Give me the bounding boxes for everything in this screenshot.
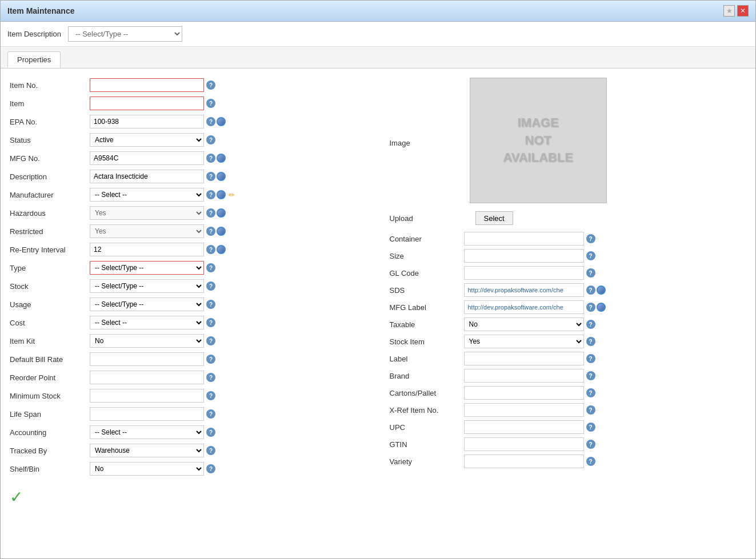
stock-help-icon[interactable]: ?: [206, 281, 215, 291]
container-help-icon[interactable]: ?: [586, 234, 595, 243]
container-input[interactable]: [464, 232, 584, 246]
epa-no-help-icon[interactable]: ?: [206, 117, 215, 126]
xref-item-no-input[interactable]: [464, 403, 584, 417]
variety-input[interactable]: [464, 455, 584, 468]
container-row: Container ?: [390, 232, 747, 246]
size-help-icon[interactable]: ?: [586, 251, 595, 260]
manufacturer-select[interactable]: -- Select --: [90, 188, 204, 202]
item-kit-select[interactable]: No Yes: [90, 334, 204, 348]
save-checkmark[interactable]: ✓: [10, 488, 361, 506]
select-button[interactable]: Select: [475, 211, 513, 225]
star-button[interactable]: ★: [723, 5, 735, 17]
mfg-label-label: MFG Label: [390, 303, 464, 312]
default-bill-rate-input[interactable]: [90, 352, 204, 366]
status-select[interactable]: Active Inactive: [90, 133, 204, 147]
mfg-label-globe-icon[interactable]: [597, 303, 606, 312]
brand-help-icon[interactable]: ?: [586, 371, 595, 380]
mfg-label-help-icon[interactable]: ?: [586, 303, 595, 312]
manufacturer-label: Manufacturer: [10, 191, 90, 199]
taxable-select[interactable]: No Yes: [464, 317, 584, 331]
reentry-interval-row: Re-Entry Interval ?: [10, 242, 361, 257]
mfg-label-input[interactable]: [464, 300, 584, 314]
usage-help-icon[interactable]: ?: [206, 300, 215, 309]
upc-input[interactable]: [464, 420, 584, 434]
label-help-icon[interactable]: ?: [586, 354, 595, 363]
tracked-by-select[interactable]: Warehouse None: [90, 444, 204, 457]
reentry-interval-globe-icon[interactable]: [217, 245, 226, 254]
item-kit-help-icon[interactable]: ?: [206, 336, 215, 345]
item-description-select[interactable]: -- Select/Type --: [68, 26, 182, 42]
gtin-input[interactable]: [464, 437, 584, 451]
restricted-help-icon[interactable]: ?: [206, 227, 215, 236]
shelf-bin-help-icon[interactable]: ?: [206, 464, 215, 473]
tab-properties[interactable]: Properties: [7, 51, 61, 68]
epa-no-input[interactable]: [90, 115, 204, 128]
gl-code-help-icon[interactable]: ?: [586, 268, 595, 278]
xref-item-no-help-icon[interactable]: ?: [586, 405, 595, 415]
stock-item-help-icon[interactable]: ?: [586, 337, 595, 346]
cartons-pallet-label: Cartons/Pallet: [390, 389, 464, 397]
reentry-interval-help-icon[interactable]: ?: [206, 245, 215, 254]
taxable-help-icon[interactable]: ?: [586, 320, 595, 329]
sds-row: SDS ?: [390, 283, 747, 297]
close-button[interactable]: ✕: [737, 5, 749, 17]
gtin-help-icon[interactable]: ?: [586, 440, 595, 449]
sds-help-icon[interactable]: ?: [586, 285, 595, 295]
gl-code-input[interactable]: [464, 266, 584, 280]
epa-no-globe-icon[interactable]: [217, 117, 226, 126]
stock-item-row: Stock Item Yes No ?: [390, 335, 747, 348]
size-input[interactable]: [464, 249, 584, 263]
item-no-help-icon[interactable]: ?: [206, 81, 215, 90]
tracked-by-help-icon[interactable]: ?: [206, 446, 215, 455]
upc-help-icon[interactable]: ?: [586, 423, 595, 432]
accounting-select[interactable]: -- Select --: [90, 425, 204, 439]
cost-select[interactable]: -- Select --: [90, 316, 204, 329]
sds-globe-icon[interactable]: [597, 285, 606, 295]
minimum-stock-help-icon[interactable]: ?: [206, 391, 215, 400]
default-bill-rate-help-icon[interactable]: ?: [206, 355, 215, 364]
restricted-globe-icon[interactable]: [217, 227, 226, 236]
manufacturer-pencil-icon[interactable]: ✏: [227, 190, 236, 199]
mfg-no-globe-icon[interactable]: [217, 154, 226, 163]
usage-select[interactable]: -- Select/Type --: [90, 297, 204, 311]
shelf-bin-select[interactable]: No Yes: [90, 462, 204, 476]
hazardous-help-icon[interactable]: ?: [206, 208, 215, 218]
cartons-pallet-row: Cartons/Pallet ?: [390, 386, 747, 400]
accounting-help-icon[interactable]: ?: [206, 428, 215, 437]
description-help-icon[interactable]: ?: [206, 172, 215, 181]
stock-select[interactable]: -- Select/Type --: [90, 279, 204, 293]
type-help-icon[interactable]: ?: [206, 263, 215, 272]
item-help-icon[interactable]: ?: [206, 99, 215, 108]
item-no-input[interactable]: [90, 78, 204, 92]
brand-input[interactable]: [464, 369, 584, 383]
reorder-point-input[interactable]: [90, 371, 204, 384]
accounting-row: Accounting -- Select -- ?: [10, 425, 361, 440]
toolbar: Item Description -- Select/Type --: [1, 22, 755, 47]
upc-label: UPC: [390, 423, 464, 432]
cost-help-icon[interactable]: ?: [206, 318, 215, 327]
restricted-select[interactable]: Yes No: [90, 224, 204, 238]
hazardous-globe-icon[interactable]: [217, 208, 226, 218]
life-span-help-icon[interactable]: ?: [206, 409, 215, 419]
minimum-stock-input[interactable]: [90, 389, 204, 403]
mfg-no-help-icon[interactable]: ?: [206, 154, 215, 163]
manufacturer-globe-icon[interactable]: [217, 190, 226, 199]
mfg-no-row: MFG No. ?: [10, 151, 361, 166]
hazardous-select[interactable]: Yes No: [90, 206, 204, 220]
reorder-point-help-icon[interactable]: ?: [206, 373, 215, 382]
type-select[interactable]: -- Select/Type --: [90, 261, 204, 275]
description-input[interactable]: [90, 170, 204, 183]
description-globe-icon[interactable]: [217, 172, 226, 181]
label-input[interactable]: [464, 352, 584, 365]
manufacturer-help-icon[interactable]: ?: [206, 190, 215, 199]
reentry-interval-input[interactable]: [90, 243, 204, 256]
cartons-pallet-help-icon[interactable]: ?: [586, 388, 595, 397]
item-input[interactable]: [90, 96, 204, 110]
stock-item-select[interactable]: Yes No: [464, 335, 584, 348]
mfg-no-input[interactable]: [90, 151, 204, 165]
cartons-pallet-input[interactable]: [464, 386, 584, 400]
life-span-input[interactable]: [90, 407, 204, 421]
status-help-icon[interactable]: ?: [206, 135, 215, 144]
variety-help-icon[interactable]: ?: [586, 457, 595, 466]
sds-input[interactable]: [464, 283, 584, 297]
